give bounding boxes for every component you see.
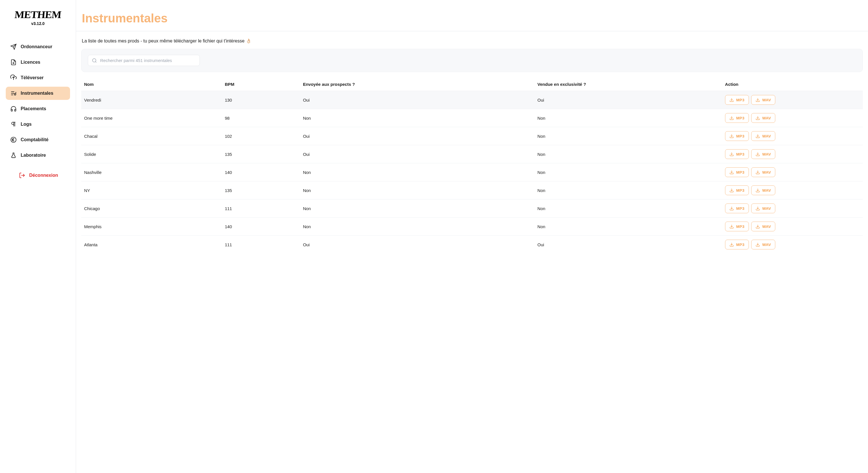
- download-label: WAV: [763, 152, 771, 156]
- table-row: Nashville140NonNonMP3WAV: [81, 163, 863, 181]
- download-mp3-button[interactable]: MP3: [725, 131, 749, 141]
- download-label: MP3: [736, 152, 745, 156]
- cell-sent: Oui: [300, 127, 534, 145]
- th-action: Action: [722, 78, 863, 91]
- sidebar-item-logs[interactable]: Logs: [6, 118, 70, 131]
- download-wav-button[interactable]: WAV: [751, 95, 776, 105]
- download-mp3-button[interactable]: MP3: [725, 185, 749, 195]
- download-wav-button[interactable]: WAV: [751, 149, 776, 159]
- download-wav-button[interactable]: WAV: [751, 113, 776, 123]
- download-wav-button[interactable]: WAV: [751, 131, 776, 141]
- cell-name: Vendredi: [81, 91, 222, 109]
- send-icon: [10, 43, 17, 50]
- download-mp3-button[interactable]: MP3: [725, 167, 749, 177]
- download-icon: [755, 188, 760, 193]
- cell-name: Solide: [81, 145, 222, 163]
- sidebar-item-placements[interactable]: Placements: [6, 102, 70, 115]
- download-label: WAV: [763, 207, 771, 211]
- svg-point-12: [92, 59, 96, 62]
- cell-bpm: 140: [222, 218, 300, 235]
- cell-action: MP3WAV: [722, 145, 863, 163]
- download-mp3-button[interactable]: MP3: [725, 203, 749, 213]
- sidebar-item-ordonnanceur[interactable]: Ordonnanceur: [6, 40, 70, 53]
- logout-button[interactable]: Déconnexion: [6, 169, 70, 182]
- sidebar-item-laboratoire[interactable]: Laboratoire: [6, 149, 70, 162]
- download-mp3-button[interactable]: MP3: [725, 149, 749, 159]
- download-label: WAV: [763, 98, 771, 102]
- cell-bpm: 140: [222, 163, 300, 181]
- download-mp3-button[interactable]: MP3: [725, 113, 749, 123]
- download-icon: [730, 170, 734, 175]
- download-icon: [730, 116, 734, 120]
- download-wav-button[interactable]: WAV: [751, 185, 776, 195]
- download-mp3-button[interactable]: MP3: [725, 240, 749, 249]
- logo-block: METHEM v3.12.0: [6, 9, 70, 26]
- download-label: MP3: [736, 188, 745, 193]
- cell-action: MP3WAV: [722, 109, 863, 127]
- download-icon: [730, 224, 734, 229]
- sidebar-item-label: Instrumentales: [21, 91, 53, 96]
- action-group: MP3WAV: [725, 185, 860, 195]
- table-row: Solide135OuiNonMP3WAV: [81, 145, 863, 163]
- download-label: WAV: [763, 188, 771, 193]
- download-mp3-button[interactable]: MP3: [725, 95, 749, 105]
- cloud-upload-icon: [10, 75, 17, 81]
- cell-sold: Non: [534, 163, 722, 181]
- download-icon: [730, 206, 734, 211]
- th-bpm: BPM: [222, 78, 300, 91]
- sidebar-item-licences[interactable]: Licences: [6, 56, 70, 69]
- cell-bpm: 111: [222, 235, 300, 254]
- download-wav-button[interactable]: WAV: [751, 167, 776, 177]
- paragraph-icon: [10, 121, 17, 127]
- download-wav-button[interactable]: WAV: [751, 240, 776, 249]
- cell-sold: Non: [534, 145, 722, 163]
- cell-bpm: 98: [222, 109, 300, 127]
- download-icon: [755, 152, 760, 156]
- nav-list: OrdonnanceurLicencesTéléverserInstrument…: [6, 40, 70, 162]
- download-icon: [755, 116, 760, 120]
- action-group: MP3WAV: [725, 222, 860, 231]
- search-card: [81, 49, 863, 72]
- download-mp3-button[interactable]: MP3: [725, 222, 749, 231]
- sidebar-item-label: Téléverser: [21, 75, 43, 81]
- download-icon: [755, 242, 760, 247]
- table-row: One more time98NonNonMP3WAV: [81, 109, 863, 127]
- action-group: MP3WAV: [725, 149, 860, 159]
- action-group: MP3WAV: [725, 113, 860, 123]
- download-label: MP3: [736, 243, 745, 247]
- th-sent: Envoyée aux prospects ?: [300, 78, 534, 91]
- cell-name: Chacal: [81, 127, 222, 145]
- table-body: Vendredi130OuiOuiMP3WAVOne more time98No…: [81, 91, 863, 254]
- svg-line-13: [95, 61, 96, 62]
- sidebar-item-tlverser[interactable]: Téléverser: [6, 71, 70, 84]
- logout-icon: [19, 172, 25, 179]
- cell-sold: Oui: [534, 91, 722, 109]
- app-logo: METHEM: [14, 9, 62, 21]
- action-group: MP3WAV: [725, 131, 860, 141]
- cell-sent: Non: [300, 181, 534, 199]
- download-wav-button[interactable]: WAV: [751, 222, 776, 231]
- download-icon: [730, 188, 734, 193]
- th-sold: Vendue en exclusivité ?: [534, 78, 722, 91]
- table-row: Memphis140NonNonMP3WAV: [81, 218, 863, 235]
- cell-name: One more time: [81, 109, 222, 127]
- page-title: Instrumentales: [76, 11, 868, 31]
- svg-point-7: [14, 94, 16, 95]
- download-label: WAV: [763, 170, 771, 175]
- cell-bpm: 111: [222, 199, 300, 218]
- cell-sold: Non: [534, 109, 722, 127]
- cell-action: MP3WAV: [722, 163, 863, 181]
- cell-sent: Oui: [300, 235, 534, 254]
- search-input[interactable]: [88, 55, 200, 66]
- page-subtitle: La liste de toutes mes prods - tu peux m…: [76, 31, 868, 49]
- cell-action: MP3WAV: [722, 127, 863, 145]
- cell-action: MP3WAV: [722, 181, 863, 199]
- th-name: Nom: [81, 78, 222, 91]
- cell-name: NY: [81, 181, 222, 199]
- sidebar-item-instrumentales[interactable]: Instrumentales: [6, 87, 70, 100]
- table-row: NY135NonNonMP3WAV: [81, 181, 863, 199]
- download-wav-button[interactable]: WAV: [751, 203, 776, 213]
- logout-label: Déconnexion: [29, 173, 58, 178]
- playlist-icon: [10, 90, 17, 96]
- sidebar-item-comptabilit[interactable]: Comptabilité: [6, 133, 70, 146]
